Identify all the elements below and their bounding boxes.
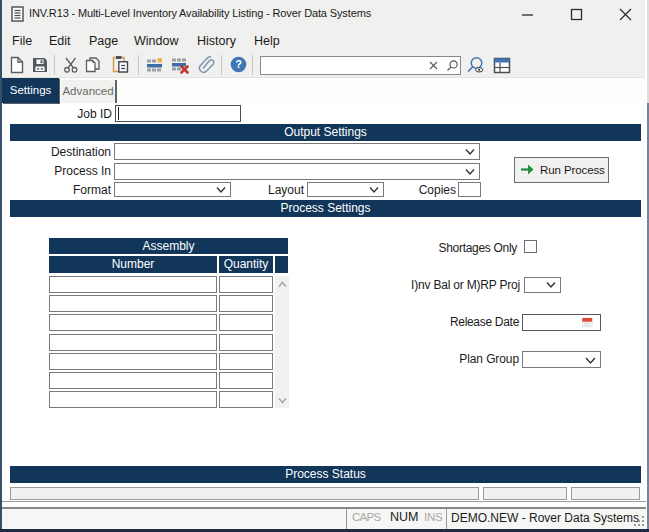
svg-text:?: ? <box>235 58 242 70</box>
